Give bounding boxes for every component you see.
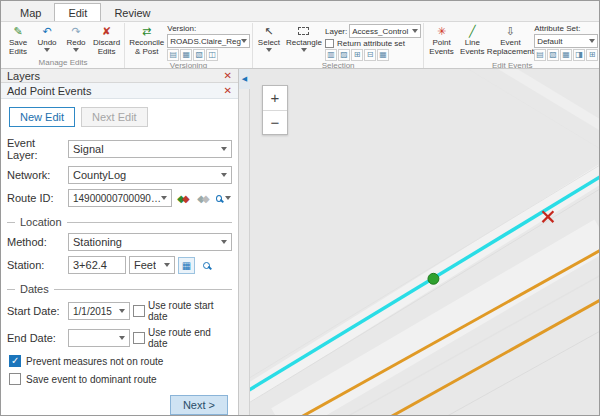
map-faint-line-4 [438, 329, 599, 415]
method-label: Method: [7, 236, 65, 248]
add-point-events-body: New Edit Next Edit Event Layer: Signal N… [1, 99, 238, 415]
application-window: Map Edit Review ✎ Save Edits ↶ Undo ↷ Re… [0, 0, 600, 416]
station-label: Station: [7, 259, 65, 271]
route-id-label: Route ID: [7, 192, 65, 204]
group-label-selection: Selection [255, 61, 421, 69]
network-combobox[interactable]: CountyLog [68, 166, 232, 184]
event-point [428, 273, 439, 284]
selection-tool-icon-2[interactable]: ▨ [338, 49, 350, 61]
layer-combobox[interactable]: Access_Control [349, 24, 421, 38]
end-date-label: End Date: [7, 332, 65, 344]
layer-dropdown-arrow [412, 29, 418, 33]
next-button[interactable]: Next > [170, 395, 228, 415]
add-point-events-title: Add Point Events [7, 85, 91, 97]
save-edits-icon: ✎ [13, 25, 22, 38]
route-id-combobox[interactable]: 14900000700090M01 [68, 189, 172, 207]
selection-tool-icon-1[interactable]: ▥ [325, 49, 337, 61]
edit-events-tool-icon-1[interactable]: ▤ [534, 49, 546, 61]
method-combobox[interactable]: Stationing [68, 233, 232, 251]
route-select-icon[interactable]: ◆◆ [195, 190, 212, 207]
event-layer-dropdown-arrow [221, 147, 227, 151]
versioning-tool-icon-2[interactable]: ▦ [180, 49, 192, 61]
rectangle-button[interactable]: Rectangle [284, 24, 324, 53]
collapse-panel-button[interactable]: ◀ [239, 69, 250, 89]
discard-edits-icon: ✘ [102, 25, 111, 38]
prevent-measures-checkbox[interactable] [9, 355, 21, 367]
point-events-button[interactable]: ✳ Point Events [426, 24, 457, 57]
event-replacement-icon: ⇩ [506, 25, 515, 38]
undo-button[interactable]: ↶ Undo [33, 24, 61, 53]
redo-dropdown-arrow [73, 48, 79, 52]
use-route-end-date-checkbox[interactable] [133, 332, 145, 344]
group-manage-edits: ✎ Save Edits ↶ Undo ↷ Redo ✘ Discard Edi… [2, 23, 125, 68]
ribbon-tabbar: Map Edit Review [1, 1, 599, 21]
edit-events-tool-icon-3[interactable]: ▦ [560, 49, 572, 61]
station-unit-dropdown-arrow [164, 263, 170, 267]
add-point-events-close-icon[interactable]: ✕ [224, 85, 232, 96]
map-zoom-control: + − [262, 85, 288, 135]
selection-tool-icon-5[interactable]: ▦ [377, 49, 389, 61]
end-date-combobox[interactable] [68, 329, 130, 347]
undo-dropdown-arrow [44, 48, 50, 52]
zoom-to-route-icon[interactable] [215, 190, 232, 207]
map-canvas [250, 69, 599, 415]
station-unit-combobox[interactable]: Feet [129, 256, 175, 274]
new-edit-button[interactable]: New Edit [9, 107, 75, 127]
versioning-tool-icon-4[interactable]: ◫ [206, 49, 218, 61]
tab-edit[interactable]: Edit [54, 3, 101, 21]
versioning-tool-icon-1[interactable]: ▤ [167, 49, 179, 61]
map-view[interactable]: + − [250, 69, 599, 415]
group-edit-events: ✳ Point Events ╱ Line Events ⇩ Event Rep… [424, 23, 599, 68]
rectangle-dropdown-arrow [301, 48, 307, 52]
left-panel: Layers ✕ Add Point Events ✕ New Edit Nex… [1, 69, 239, 415]
layers-close-icon[interactable]: ✕ [224, 70, 232, 81]
station-picker-icon[interactable]: ▦ [178, 257, 195, 274]
start-date-label: Start Date: [7, 305, 65, 317]
select-button[interactable]: ↖ Select [255, 24, 283, 53]
layer-label: Layer: [325, 27, 347, 36]
panel-collapse-strip: ◀ [239, 69, 250, 415]
return-attribute-set-checkbox-row[interactable]: Return attribute set [325, 39, 421, 48]
line-events-button[interactable]: ╱ Line Events [458, 24, 487, 57]
selection-tool-icon-3[interactable]: ⊞ [351, 49, 363, 61]
route-locate-icon[interactable]: ◆◆ [175, 190, 192, 207]
zoom-in-button[interactable]: + [263, 86, 287, 110]
add-point-events-header: Add Point Events ✕ [1, 83, 238, 99]
selection-tool-icon-4[interactable]: ⊟ [364, 49, 376, 61]
use-route-end-date-label: Use route end date [148, 327, 232, 349]
event-layer-label: Event Layer: [7, 137, 65, 161]
edit-events-tool-icon-5[interactable]: ⊞ [586, 49, 598, 61]
map-faint-band-2 [280, 234, 599, 415]
select-dropdown-arrow [266, 48, 272, 52]
zoom-out-button[interactable]: − [263, 110, 287, 134]
station-zoom-icon[interactable] [198, 257, 215, 274]
attribute-set-combobox[interactable]: Default [534, 34, 598, 48]
redo-button[interactable]: ↷ Redo [62, 24, 90, 53]
prevent-measures-label: Prevent measures not on route [26, 356, 163, 367]
reconcile-post-button[interactable]: ⇄ Reconcile & Post [127, 24, 166, 57]
edit-events-tool-icon-4[interactable]: ◨ [573, 49, 585, 61]
group-selection: ↖ Select Rectangle Layer: Access_Control [253, 23, 424, 68]
version-dropdown-arrow [241, 39, 247, 43]
network-label: Network: [7, 169, 65, 181]
end-date-dropdown-arrow [119, 336, 125, 340]
use-route-start-date-label: Use route start date [148, 300, 232, 322]
station-input[interactable] [68, 256, 126, 274]
return-attribute-set-checkbox[interactable] [325, 39, 334, 48]
next-edit-button[interactable]: Next Edit [81, 107, 148, 127]
save-edits-button[interactable]: ✎ Save Edits [4, 24, 32, 57]
event-replacement-button[interactable]: ⇩ Event Replacement [488, 24, 533, 57]
tab-review[interactable]: Review [101, 4, 163, 21]
group-versioning: ⇄ Reconcile & Post Version: ROADS.Claire… [125, 23, 253, 68]
tab-map[interactable]: Map [7, 4, 54, 21]
version-combobox[interactable]: ROADS.Claire_Reg [167, 34, 250, 48]
redo-icon: ↷ [71, 25, 80, 38]
event-layer-combobox[interactable]: Signal [68, 140, 232, 158]
use-route-start-date-checkbox[interactable] [133, 305, 145, 317]
edit-events-tool-icon-2[interactable]: ▧ [547, 49, 559, 61]
versioning-tool-icon-3[interactable]: ▧ [193, 49, 205, 61]
save-dominant-route-checkbox[interactable] [9, 373, 21, 385]
discard-edits-button[interactable]: ✘ Discard Edits [91, 24, 122, 57]
route-id-dropdown-arrow [161, 196, 167, 200]
start-date-combobox[interactable]: 1/1/2015 [68, 302, 130, 320]
